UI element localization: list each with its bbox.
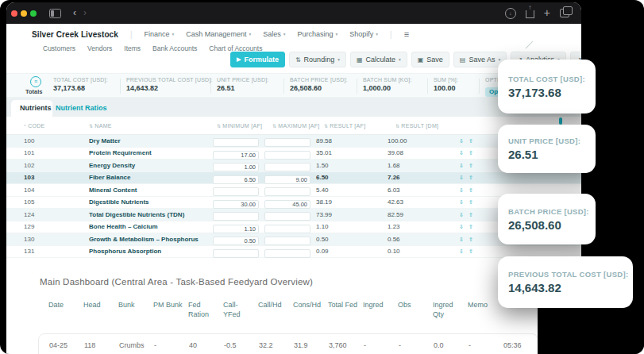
sidebar-toggle-icon[interactable]	[49, 9, 61, 18]
calculate-icon: ▦	[357, 56, 363, 63]
cell-result-dm: 39.08	[388, 149, 459, 156]
cell-result-dm: 7.26	[388, 174, 459, 181]
row-upload-icon[interactable]: ⇧	[469, 187, 473, 193]
subnav-item-bank-accounts[interactable]: Bank Accounts	[152, 44, 197, 52]
save-button[interactable]: ▣Save	[411, 52, 449, 67]
share-icon[interactable]: ↑	[526, 10, 534, 18]
menu-label: Shopify	[349, 30, 373, 38]
subnav-item-items[interactable]: Items	[124, 44, 141, 52]
totals-label: Totals	[25, 88, 43, 95]
row-upload-icon[interactable]: ⇧	[469, 224, 473, 229]
column-header-code[interactable]: ^CODE	[24, 123, 89, 129]
menu-finance[interactable]: Finance▾	[145, 30, 175, 38]
dash-col-ingred-qty: Ingred Qty	[433, 300, 468, 319]
cell-result-dm: 0.10	[388, 248, 459, 255]
expand-icon[interactable]	[524, 40, 534, 50]
chevron-down-icon: ▾	[335, 32, 337, 37]
dash-cell-11: 0.0	[434, 341, 469, 349]
row-upload-icon[interactable]: ⇧	[469, 138, 473, 144]
total-item-label: BATCH SUM [KG]:	[363, 77, 412, 83]
cell-result-dm: 6.03	[388, 187, 459, 194]
rounding-button[interactable]: ⇅Rounding▾	[289, 52, 346, 67]
column-header-name[interactable]: ⇅NAME	[89, 123, 213, 129]
row-download-icon[interactable]: ⇩	[459, 150, 464, 156]
tab-overview-icon[interactable]	[560, 9, 569, 17]
column-header-minimum-af[interactable]: ⇅MINIMUM [AF]	[213, 123, 268, 129]
row-download-icon[interactable]: ⇩	[459, 175, 464, 180]
dash-cell-13: 05:36	[503, 341, 538, 349]
dash-col-fed-ration: Fed Ration	[188, 300, 223, 319]
teal-marker	[559, 117, 562, 125]
sort-icon: ⇅	[324, 124, 328, 129]
brand-title: Silver Creek Livestock	[32, 30, 118, 39]
callout-card-label: TOTAL COST [USD]:	[508, 75, 596, 83]
dashboard-table-header: DateHeadBunkPM BunkFed RationCall-YFedCa…	[48, 300, 538, 319]
minimize-window-button[interactable]	[21, 10, 27, 17]
close-window-button[interactable]	[11, 10, 17, 17]
cell-name: Total Digestible Nutrients (TDN)	[89, 211, 213, 218]
row-actions: ⇩⇧	[459, 199, 473, 205]
chevron-down-icon: ▾	[376, 32, 378, 37]
row-download-icon[interactable]: ⇩	[459, 199, 464, 205]
row-download-icon[interactable]: ⇩	[459, 163, 464, 168]
total-item-label: BATCH PRICE [USD]:	[290, 77, 348, 83]
tab-nutrients[interactable]: Nutrients	[20, 104, 52, 112]
row-download-icon[interactable]: ⇩	[459, 248, 464, 254]
dash-col-date: Date	[48, 300, 83, 319]
button-label: Rounding	[304, 56, 335, 63]
rounding-icon: ⇅	[295, 56, 301, 63]
maximize-window-button[interactable]	[30, 10, 37, 17]
subnav-item-customers[interactable]: Customers	[43, 44, 75, 52]
row-download-icon[interactable]: ⇩	[459, 237, 464, 242]
dash-cell-12: -	[469, 341, 503, 349]
table-row-131[interactable]: 131Phosphorus Absorption0.090.10⇩⇧	[6, 246, 581, 259]
titlebar-right-icons: ↓ ↑ +	[505, 2, 571, 24]
dash-cell-0: 04-25	[49, 341, 84, 349]
column-header-result-dm[interactable]: ⇅RESULT [DM]	[395, 123, 467, 129]
row-upload-icon[interactable]: ⇧	[469, 199, 473, 205]
calculate-button[interactable]: ▦Calculate▾	[350, 52, 407, 67]
min-input-131[interactable]	[213, 249, 259, 258]
forward-icon[interactable]: ›	[83, 2, 87, 24]
row-upload-icon[interactable]: ⇧	[469, 248, 473, 254]
back-icon[interactable]: ‹	[73, 2, 76, 24]
header-divider: |	[130, 30, 133, 39]
max-input-131[interactable]	[264, 249, 310, 258]
menu-cash-management[interactable]: Cash Management▾	[186, 30, 251, 38]
cell-code: 101	[24, 149, 89, 156]
row-upload-icon[interactable]: ⇧	[469, 212, 473, 217]
dash-col-obs: Obs	[398, 300, 433, 319]
tab-nutrient-ratios[interactable]: Nutrient Ratios	[56, 104, 107, 112]
sub-navigation: CustomersVendorsItemsBank AccountsChart …	[43, 44, 262, 52]
row-upload-icon[interactable]: ⇧	[469, 237, 473, 242]
row-download-icon[interactable]: ⇩	[459, 212, 464, 217]
dashboard-table-row[interactable]: 04-25118Crumbs-40-0.532.231.93,760--0.0-…	[49, 341, 538, 349]
cell-result-af: 6.50	[316, 174, 388, 181]
cell-code: 124	[24, 211, 89, 218]
row-upload-icon[interactable]: ⇧	[469, 150, 473, 156]
cell-result-af: 35.01	[316, 149, 388, 156]
downloads-icon[interactable]: ↓	[505, 8, 516, 19]
row-download-icon[interactable]: ⇩	[459, 187, 464, 193]
column-header-maximum-af[interactable]: ⇅MAXIMUM [AF]	[268, 123, 324, 129]
formulate-button[interactable]: ▶Formulate	[230, 52, 285, 67]
column-header-result-af[interactable]: ⇅RESULT [AF]	[324, 123, 395, 129]
app-header: Silver Creek Livestock | Finance▾Cash Ma…	[32, 27, 409, 41]
hamburger-menu-icon[interactable]: ≡	[404, 29, 409, 39]
cell-result-dm: 82.59	[388, 211, 459, 218]
menu-sales[interactable]: Sales▾	[263, 30, 285, 38]
row-download-icon[interactable]: ⇩	[459, 224, 464, 229]
total-item-label: UNIT PRICE [USD]:	[217, 77, 269, 83]
cell-result-af: 89.58	[316, 137, 388, 144]
subnav-item-vendors[interactable]: Vendors	[87, 44, 112, 52]
cell-name: Dry Matter	[89, 137, 213, 144]
new-tab-icon[interactable]: +	[544, 2, 550, 24]
cell-code: 131	[24, 248, 89, 255]
row-upload-icon[interactable]: ⇧	[469, 163, 473, 168]
row-upload-icon[interactable]: ⇧	[469, 175, 473, 180]
menu-label: Finance	[145, 30, 170, 38]
dash-col-pm-bunk: PM Bunk	[153, 300, 188, 319]
menu-purchasing[interactable]: Purchasing▾	[297, 30, 337, 38]
menu-shopify[interactable]: Shopify▾	[349, 30, 378, 38]
row-download-icon[interactable]: ⇩	[459, 138, 464, 144]
